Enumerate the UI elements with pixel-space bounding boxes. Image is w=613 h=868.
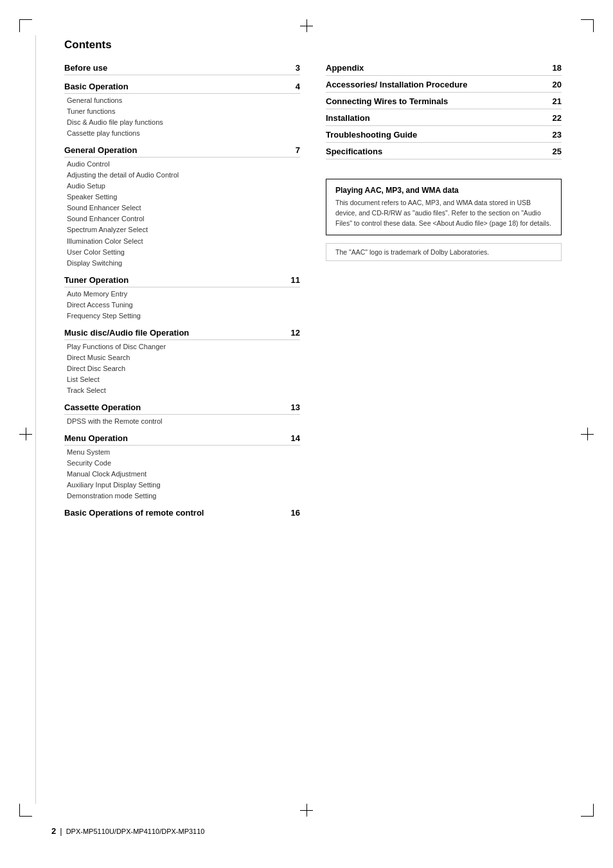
toc-sublist-general-operation: Audio Control Adjusting the detail of Au…	[67, 159, 300, 268]
list-item: Demonstration mode Setting	[67, 491, 300, 502]
toc-section-tuner-operation: Tuner Operation 11 Auto Memory Entry Dir…	[64, 275, 300, 321]
toc-page-music-disc: 12	[291, 328, 300, 338]
footer-model: DPX-MP5110U/DPX-MP4110/DPX-MP3110	[66, 827, 205, 835]
list-item: Speaker Setting	[67, 192, 300, 203]
toc-right-title-accessories: Accessories/ Installation Procedure	[326, 80, 467, 89]
toc-header-menu-operation: Menu Operation 14	[64, 433, 300, 446]
toc-right-appendix: Appendix 18	[326, 63, 562, 76]
toc-page-tuner-operation: 11	[291, 275, 300, 285]
corner-mark-tl	[19, 19, 32, 32]
list-item: Spectrum Analyzer Select	[67, 224, 300, 235]
toc-sublist-music-disc: Play Functions of Disc Changer Direct Mu…	[67, 341, 300, 396]
toc-title-basic-operation: Basic Operation	[64, 82, 129, 91]
info-box: Playing AAC, MP3, and WMA data This docu…	[326, 179, 562, 235]
toc-section-cassette-operation: Cassette Operation 13 DPSS with the Remo…	[64, 402, 300, 427]
corner-mark-br	[581, 804, 594, 817]
toc-right-title-appendix: Appendix	[326, 63, 364, 73]
toc-page-before-use: 3	[296, 63, 300, 73]
toc-header-tuner-operation: Tuner Operation 11	[64, 275, 300, 287]
toc-right-title-specifications: Specifications	[326, 147, 382, 156]
toc-sublist-tuner-operation: Auto Memory Entry Direct Access Tuning F…	[67, 289, 300, 321]
toc-right-page-accessories: 20	[553, 80, 562, 89]
page: Contents Before use 3 Basic Operation 4	[0, 0, 613, 868]
corner-mark-bl	[19, 804, 32, 817]
toc-sublist-basic-operation: General functions Tuner functions Disc &…	[67, 95, 300, 139]
toc-right-page-installation: 22	[553, 113, 562, 123]
toc-section-music-disc: Music disc/Audio file Operation 12 Play …	[64, 328, 300, 396]
toc-page-general-operation: 7	[296, 145, 300, 155]
toc-section-basic-operation: Basic Operation 4 General functions Tune…	[64, 82, 300, 139]
toc-title-general-operation: General Operation	[64, 145, 137, 155]
toc-right-installation: Installation 22	[326, 113, 562, 126]
footer: 2 | DPX-MP5110U/DPX-MP4110/DPX-MP3110	[51, 826, 562, 836]
list-item: Security Code	[67, 458, 300, 469]
info-box-title: Playing AAC, MP3, and WMA data	[335, 186, 552, 195]
toc-header-music-disc: Music disc/Audio file Operation 12	[64, 328, 300, 340]
list-item: Auxiliary Input Display Setting	[67, 480, 300, 491]
toc-section-menu-operation: Menu Operation 14 Menu System Security C…	[64, 433, 300, 502]
toc-right-page-appendix: 18	[553, 63, 562, 73]
toc-right-connecting-wires: Connecting Wires to Terminals 21	[326, 96, 562, 109]
list-item: Menu System	[67, 447, 300, 458]
list-item: Track Select	[67, 385, 300, 396]
toc-section-before-use: Before use 3	[64, 63, 300, 75]
toc-header-general-operation: General Operation 7	[64, 145, 300, 158]
cross-bottom	[300, 804, 313, 817]
footer-page-number: 2	[51, 826, 56, 836]
toc-page-cassette-operation: 13	[291, 402, 300, 412]
list-item: Play Functions of Disc Changer	[67, 341, 300, 352]
list-item: Auto Memory Entry	[67, 289, 300, 300]
list-item: Cassette play functions	[67, 128, 300, 139]
toc-page-basic-remote: 16	[291, 508, 300, 518]
toc-title-tuner-operation: Tuner Operation	[64, 275, 129, 285]
toc-header-basic-remote: Basic Operations of remote control 16	[64, 508, 300, 518]
toc-right-accessories: Accessories/ Installation Procedure 20	[326, 80, 562, 93]
list-item: User Color Setting	[67, 247, 300, 258]
cross-top	[300, 19, 313, 32]
toc-header-cassette-operation: Cassette Operation 13	[64, 402, 300, 415]
toc-title-before-use: Before use	[64, 63, 107, 73]
list-item: Audio Control	[67, 159, 300, 170]
toc-right-troubleshooting: Troubleshooting Guide 23	[326, 130, 562, 143]
toc-page-menu-operation: 14	[291, 433, 300, 443]
toc-right-specifications: Specifications 25	[326, 147, 562, 159]
list-item: Sound Enhancer Select	[67, 203, 300, 213]
contents-area: Contents Before use 3 Basic Operation 4	[64, 39, 562, 524]
right-column: Appendix 18 Accessories/ Installation Pr…	[326, 63, 562, 524]
list-item: Direct Music Search	[67, 352, 300, 363]
list-item: Display Switching	[67, 258, 300, 269]
list-item: Adjusting the detail of Audio Control	[67, 170, 300, 181]
list-item: Disc & Audio file play functions	[67, 117, 300, 128]
page-title: Contents	[64, 39, 562, 51]
two-column-layout: Before use 3 Basic Operation 4 General f…	[64, 63, 562, 524]
info-box-text: This document refers to AAC, MP3, and WM…	[335, 198, 552, 228]
toc-sublist-menu-operation: Menu System Security Code Manual Clock A…	[67, 447, 300, 502]
list-item: List Select	[67, 374, 300, 385]
toc-right-page-specifications: 25	[553, 147, 562, 156]
toc-title-cassette-operation: Cassette Operation	[64, 402, 141, 412]
toc-sublist-cassette-operation: DPSS with the Remote control	[67, 416, 300, 427]
cross-left	[19, 428, 32, 440]
list-item: General functions	[67, 95, 300, 106]
list-item: Audio Setup	[67, 181, 300, 192]
toc-section-basic-remote: Basic Operations of remote control 16	[64, 508, 300, 518]
list-item: Illumination Color Select	[67, 236, 300, 247]
toc-header-basic-operation: Basic Operation 4	[64, 82, 300, 94]
left-border-line	[35, 35, 36, 804]
list-item: Direct Disc Search	[67, 363, 300, 374]
toc-page-basic-operation: 4	[296, 82, 300, 91]
cross-right	[581, 428, 594, 440]
toc-header-before-use: Before use 3	[64, 63, 300, 75]
toc-title-music-disc: Music disc/Audio file Operation	[64, 328, 189, 338]
toc-title-basic-remote: Basic Operations of remote control	[64, 508, 204, 518]
list-item: Frequency Step Setting	[67, 311, 300, 321]
corner-mark-tr	[581, 19, 594, 32]
aac-note: The "AAC" logo is trademark of Dolby Lab…	[326, 243, 562, 261]
list-item: Manual Clock Adjustment	[67, 469, 300, 480]
footer-separator: |	[60, 826, 62, 836]
left-column: Before use 3 Basic Operation 4 General f…	[64, 63, 300, 524]
toc-right-title-connecting-wires: Connecting Wires to Terminals	[326, 96, 448, 106]
toc-right-title-troubleshooting: Troubleshooting Guide	[326, 130, 417, 140]
list-item: Sound Enhancer Control	[67, 213, 300, 224]
toc-right-page-troubleshooting: 23	[553, 130, 562, 140]
